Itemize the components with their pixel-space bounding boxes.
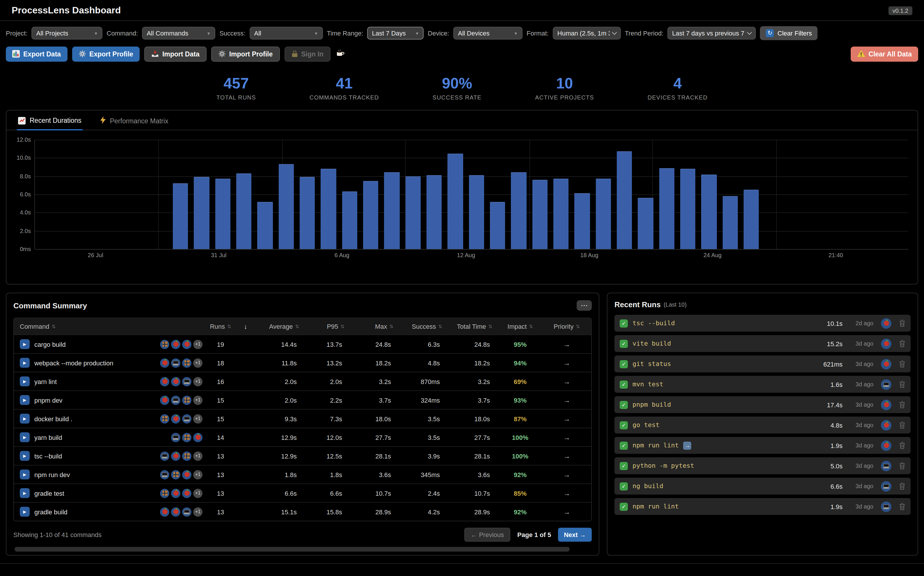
chevron-down-icon [747,30,752,35]
play-button[interactable]: ▶ [20,414,30,424]
chart-plot-area: 12.0s10.0s8.0s6.0s4.0s2.0s0ms [34,140,908,249]
trash-button[interactable] [899,381,905,388]
priority-arrow[interactable]: → [542,433,591,441]
import-profile-button[interactable]: Import Profile [211,46,280,62]
trash-button[interactable] [899,360,905,368]
priority-arrow[interactable]: → [542,489,591,497]
next-page-button[interactable]: Next → [558,528,592,542]
filter-select-4[interactable]: All Devices▼ [453,27,523,40]
duration-bar[interactable] [617,152,632,249]
priority-arrow[interactable]: → [542,359,591,367]
duration-bar[interactable] [279,164,294,249]
filter-select-0[interactable]: All Projects▼ [32,27,103,40]
duration-bar[interactable] [575,194,590,249]
duration-bar[interactable] [743,190,759,249]
duration-bar[interactable] [659,168,675,249]
scrollbar-thumb[interactable] [14,547,570,552]
total-time-cell: 10.7s [448,490,498,497]
export-profile-button[interactable]: Export Profile [72,46,140,62]
duration-bar[interactable] [257,202,273,249]
column-header-average[interactable]: Average⇅ [256,323,305,330]
column-header-command[interactable]: Command⇅ [14,323,206,330]
duration-bar[interactable] [215,179,231,249]
previous-page-button[interactable]: ← Previous [464,528,510,542]
priority-arrow[interactable]: → [542,396,591,404]
export-data-button[interactable]: Export Data [6,46,67,62]
column-header-success[interactable]: Success⇅ [399,323,448,330]
play-button[interactable]: ▶ [20,395,30,405]
play-button[interactable]: ▶ [20,339,30,349]
column-header-priority[interactable]: Priority⇅ [542,323,591,330]
total-time-cell: 3.7s [448,397,498,403]
trash-button[interactable] [899,401,905,408]
column-header-impact[interactable]: Impact⇅ [498,323,542,330]
run-meta: 1.9s3d ago [818,440,905,451]
duration-bar[interactable] [511,173,527,249]
play-button[interactable]: ▶ [20,358,30,368]
filter-select-6[interactable]: Last 7 days vs previous 7 days [667,27,756,40]
trash-button[interactable] [899,442,905,449]
column-header-p95[interactable]: P95⇅ [305,323,350,330]
duration-bar[interactable] [342,192,358,249]
duration-bar[interactable] [680,169,695,249]
play-button[interactable]: ▶ [20,488,30,498]
duration-bar[interactable] [702,174,717,249]
trash-button[interactable] [899,462,905,470]
import-data-button[interactable]: Import Data [144,46,206,62]
filter-select-5[interactable]: Human (2.5s, 1m 30s) [553,27,621,40]
filter-select-3[interactable]: Last 7 Days▼ [368,27,424,40]
tab-performance-matrix[interactable]: Performance Matrix [99,110,169,130]
duration-bar[interactable] [427,175,442,249]
dropdown-triangle-icon: ▼ [314,31,318,35]
sign-in-button[interactable]: Sign In [284,46,331,62]
duration-bar[interactable] [236,173,252,249]
duration-bar[interactable] [384,173,400,249]
stat-total-runs: 457TOTAL RUNS [216,74,256,101]
column-header-max[interactable]: Max⇅ [350,323,399,330]
duration-bar[interactable] [553,179,569,249]
duration-bar[interactable] [173,183,188,249]
run-duration: 1.9s [818,442,842,449]
clear-all-data-button[interactable]: Clear All Data [850,46,918,62]
duration-bar[interactable] [300,177,315,249]
priority-arrow[interactable]: → [542,452,591,460]
tab-recent-durations[interactable]: Recent Durations [17,110,83,130]
play-button[interactable]: ▶ [20,470,30,479]
trash-button[interactable] [899,421,905,429]
play-button[interactable]: ▶ [20,507,30,517]
duration-bar[interactable] [363,181,379,249]
filter-select-2[interactable]: All▼ [249,27,323,40]
p95-cell: 2.0s [305,378,350,385]
average-cell: 11.8s [256,359,305,366]
priority-arrow[interactable]: → [542,340,591,348]
trash-button[interactable] [899,503,905,510]
duration-bar[interactable] [532,180,548,249]
trash-button[interactable] [899,340,905,347]
more-options-button[interactable]: ⋯ [577,300,592,311]
play-button[interactable]: ▶ [20,451,30,461]
priority-arrow[interactable]: → [542,470,591,478]
duration-bar[interactable] [469,175,484,249]
duration-bar[interactable] [321,169,336,249]
priority-arrow[interactable]: → [542,414,591,423]
priority-arrow[interactable]: → [542,377,591,386]
play-button[interactable]: ▶ [20,376,30,386]
clear-filters-button[interactable]: ↻ Clear Filters [760,26,818,40]
trash-button[interactable] [899,319,905,327]
duration-bar[interactable] [405,176,421,249]
play-button[interactable]: ▶ [20,432,30,442]
duration-bar[interactable] [638,198,654,249]
duration-bar[interactable] [596,179,611,249]
coffee-button[interactable] [335,50,345,59]
recent-runs-subtitle: (Last 10) [663,301,687,308]
filter-value-2: All [254,30,261,37]
priority-arrow[interactable]: → [542,508,591,516]
filter-select-1[interactable]: All Commands▼ [142,27,215,40]
column-header-runs[interactable]: Runs⇅ [206,323,235,330]
duration-bar[interactable] [448,153,463,249]
duration-bar[interactable] [723,196,738,249]
duration-bar[interactable] [194,177,209,249]
duration-bar[interactable] [490,202,505,249]
column-header-total-time[interactable]: Total Time⇅ [448,323,498,330]
trash-button[interactable] [899,482,905,490]
